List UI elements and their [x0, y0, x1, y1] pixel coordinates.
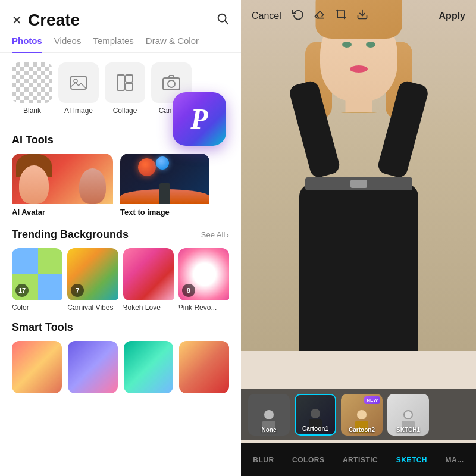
space-sphere1 [138, 158, 156, 176]
see-all-arrow-icon: › [226, 230, 229, 240]
space-figure [159, 183, 170, 204]
header: ✕ Create [0, 0, 241, 36]
page-title: Create [28, 11, 80, 30]
backgrounds-grid: 17 Color 7 Carnival Vibes Bokeh Love [12, 248, 229, 312]
blank-label: Blank [23, 107, 41, 115]
new-badge: NEW [364, 396, 380, 404]
apply-button[interactable]: Apply [439, 11, 465, 21]
smart-tool-1[interactable] [12, 341, 62, 393]
bg-bokeh-card[interactable]: Bokeh Love [123, 248, 174, 312]
color-q4 [38, 274, 62, 300]
color-q1 [12, 248, 38, 274]
bg-carnival-card[interactable]: 7 Carnival Vibes [67, 248, 118, 312]
arm-right [376, 80, 430, 179]
bg-bokeh-thumb [123, 248, 174, 300]
bg-color-thumb: 17 [12, 248, 62, 300]
svg-line-9 [317, 15, 318, 17]
filter-cartoon1[interactable]: Cartoon1 [295, 394, 336, 436]
color-q2 [38, 248, 62, 274]
carnival-label: Carnival Vibes [67, 303, 118, 312]
trending-title: Trending Backgrounds [12, 228, 129, 241]
create-blank[interactable]: Blank [12, 62, 52, 115]
scroll-content: AI Tools AI Avatar Text to image [0, 124, 241, 476]
svg-rect-5 [126, 75, 133, 82]
text-to-image-card[interactable]: Text to image [120, 154, 209, 219]
figure-necklace [341, 112, 377, 113]
create-ai-image[interactable]: AI Image [58, 62, 99, 115]
portrait-figure [264, 6, 454, 351]
bokeh-label: Bokeh Love [123, 303, 174, 312]
tab-sketch[interactable]: SKETCH [392, 451, 432, 469]
filter-cartoon2[interactable]: NEW Cartoon2 [341, 394, 383, 436]
rotate-icon[interactable] [292, 8, 304, 23]
tab-photos[interactable]: Photos [12, 36, 42, 53]
eye-right [366, 42, 375, 48]
text-to-image-bg [120, 154, 209, 204]
ai-image-icon [58, 62, 99, 103]
editor-topbar: Cancel [241, 0, 476, 32]
picsart-logo[interactable]: P [173, 92, 226, 146]
see-all-button[interactable]: See All › [201, 230, 229, 240]
bg-bokeh-img [123, 248, 174, 300]
text-to-image-label: Text to image [120, 204, 209, 217]
filter-cartoon2-label: Cartoon2 [341, 427, 383, 433]
tab-colors[interactable]: COLORS [287, 451, 329, 469]
portrait-image [241, 0, 476, 351]
pink-label: Pink Revo... [178, 303, 229, 312]
collage-icon [105, 62, 145, 103]
topbar-icons [292, 8, 368, 23]
smart-tool-4[interactable] [179, 341, 229, 393]
filter-strip: None Cartoon1 NEW Cartoon2 [241, 389, 476, 440]
tab-draw-color[interactable]: Draw & Color [146, 36, 199, 53]
bg-pink-thumb: 8 [178, 248, 229, 300]
erase-icon[interactable] [314, 8, 325, 23]
eye-left [342, 42, 352, 48]
tab-templates[interactable]: Templates [93, 36, 133, 53]
tab-videos[interactable]: Videos [54, 36, 82, 53]
tab-artistic[interactable]: ARTISTIC [338, 451, 383, 469]
svg-rect-2 [71, 76, 86, 89]
color-label: Color [12, 303, 62, 312]
svg-point-8 [168, 80, 175, 87]
bottom-tabs: BLUR COLORS ARTISTIC SKETCH MA... [241, 443, 476, 476]
avatar-face1 [19, 165, 49, 204]
ai-avatar-card[interactable]: AI Avatar [12, 154, 113, 219]
create-collage[interactable]: Collage [105, 62, 145, 115]
search-icon[interactable] [216, 12, 229, 29]
ai-tools-grid: AI Avatar Text to image [12, 154, 229, 219]
trending-section-header: Trending Backgrounds See All › [12, 228, 229, 241]
figure-belt-buckle [350, 180, 367, 188]
crop-icon[interactable] [335, 8, 347, 23]
tab-blur[interactable]: BLUR [248, 451, 278, 469]
download-icon[interactable] [356, 8, 368, 23]
svg-rect-4 [117, 75, 124, 90]
topbar-left: Cancel [252, 8, 368, 23]
right-panel: Cancel [241, 0, 476, 476]
header-left: ✕ Create [12, 11, 80, 30]
ai-image-label: AI Image [64, 107, 93, 115]
filter-cartoon1-label: Cartoon1 [296, 425, 335, 432]
svg-line-1 [225, 21, 228, 24]
bg-color-card[interactable]: 17 Color [12, 248, 62, 312]
avatar-face2 [79, 168, 106, 204]
tabs-bar: Photos Videos Templates Draw & Color [0, 36, 241, 53]
cancel-button[interactable]: Cancel [252, 11, 281, 21]
smart-tool-2[interactable] [68, 341, 118, 393]
color-badge: 17 [15, 284, 29, 297]
picsart-letter: P [190, 105, 208, 133]
filter-sketch[interactable]: SKTCH1 [387, 394, 429, 436]
bg-pink-card[interactable]: 8 Pink Revo... [178, 248, 229, 312]
figure-body [299, 184, 418, 351]
filter-sketch-label: SKTCH1 [387, 427, 429, 433]
svg-rect-6 [126, 83, 133, 90]
collage-label: Collage [113, 107, 137, 115]
pink-badge: 8 [182, 284, 195, 297]
filter-none[interactable]: None [248, 394, 290, 436]
tab-magic[interactable]: MA... [441, 451, 469, 469]
smart-tool-3[interactable] [124, 341, 174, 393]
filter-none-label: None [248, 427, 290, 433]
close-icon[interactable]: ✕ [12, 13, 22, 27]
space-sphere2 [156, 156, 169, 170]
ai-avatar-label: AI Avatar [12, 204, 113, 217]
ai-avatar-bg [12, 154, 113, 204]
